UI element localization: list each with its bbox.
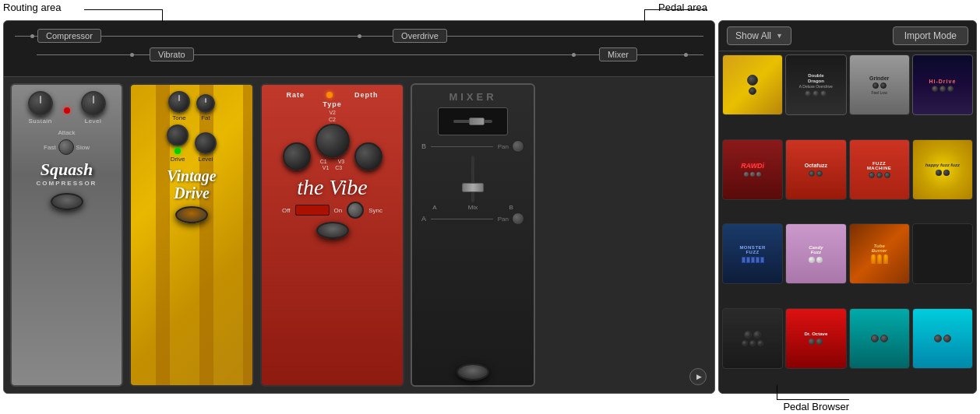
vibe-led [326, 92, 333, 98]
fader-handle[interactable] [462, 183, 484, 192]
pedal-area-line-v [644, 9, 645, 22]
rate-label: Rate [286, 91, 305, 99]
attack-knob[interactable] [58, 139, 74, 155]
show-all-dropdown[interactable]: Show All ▼ [727, 26, 791, 45]
pedal-thumb-empty-1[interactable] [912, 223, 973, 284]
pan-a-knob[interactable] [512, 212, 524, 225]
squash-compressor-pedal: Sustain Level Attack [10, 83, 123, 387]
vintage-drive-pedal: Tone Fat Drive [129, 83, 254, 387]
v1-label: V1 [323, 165, 330, 170]
vibe-name-text: the Vibe [297, 177, 367, 198]
fat-label: Fat [201, 114, 210, 121]
mixer-stomp[interactable] [457, 363, 489, 381]
double-dragon-label: DoubleDragon [808, 73, 824, 84]
pedal-thumb-grinder[interactable]: Grinder Feel Low [849, 54, 910, 115]
type-label: Type [323, 100, 341, 108]
fast-label: Fast [44, 144, 56, 151]
pedal-thumb-happy-fuzz[interactable]: happy fuzz fuzz [912, 139, 973, 200]
slow-label: Slow [76, 144, 90, 151]
routing-area-line-v [162, 9, 163, 22]
mixer-display [438, 107, 508, 135]
pedal-thumb-candy-fuzz[interactable]: CandyFuzz [785, 223, 846, 284]
pan-label-b: Pan [498, 143, 509, 150]
import-mode-button[interactable]: Import Mode [893, 26, 968, 45]
comp-led [64, 107, 70, 114]
level-knob-drive[interactable] [195, 132, 217, 154]
level-label-drive: Level [198, 156, 213, 163]
octafuzz-label: Octafuzz [805, 163, 827, 168]
browser-label-line-v [777, 384, 777, 400]
mixer-routing-btn[interactable]: Mixer [599, 47, 637, 61]
pedal-thumb-hi-drive[interactable]: Hi-Drive [912, 54, 973, 115]
drive-led [174, 148, 181, 154]
pedal-browser: Show All ▼ Import Mode DoubleDragon A De… [718, 20, 977, 394]
depth-label: Depth [354, 91, 379, 99]
vibe-stomp[interactable] [316, 222, 349, 239]
pedal-thumb-teal-2[interactable] [912, 308, 973, 369]
browser-label-line-h [777, 399, 849, 400]
tone-knob[interactable] [168, 91, 190, 113]
compressor-subtitle: Compressor [37, 180, 97, 187]
pedal-thumb-orange[interactable] [722, 54, 783, 115]
a-label: A [432, 204, 436, 211]
rate-knob[interactable] [283, 142, 311, 170]
pedal-thumb-fuzz-machine[interactable]: FUZZMACHINE [849, 139, 910, 200]
pedals-row: Sustain Level Attack [4, 77, 714, 393]
show-all-label: Show All [735, 30, 771, 41]
tube-burner-label: TubeBurner [872, 244, 887, 253]
channel-a-label: A [421, 215, 426, 223]
routing-area-label: Routing area [3, 2, 61, 13]
happy-fuzz-label: happy fuzz fuzz [925, 163, 960, 167]
pedal-thumb-dr-octave[interactable]: Dr. Octave [785, 308, 846, 369]
vintage-drive-name: VintageDrive [167, 167, 216, 202]
pedal-thumb-monster-fuzz[interactable]: MONSTERFUZZ [722, 223, 783, 284]
drive-label: Drive [171, 156, 185, 163]
vibe-toggle-switch[interactable] [295, 205, 330, 216]
candy-fuzz-label: CandyFuzz [809, 245, 823, 254]
compressor-routing-btn[interactable]: Compressor [37, 29, 101, 43]
browser-toolbar: Show All ▼ Import Mode [719, 21, 976, 51]
input-connector [15, 36, 30, 37]
overdrive-routing-btn[interactable]: Overdrive [393, 29, 447, 43]
pedal-thumb-double-dragon[interactable]: DoubleDragon A Deluxe Overdrive [785, 54, 846, 115]
on-label: On [334, 207, 343, 214]
c2-label: C2 [329, 116, 336, 123]
level-knob[interactable] [81, 91, 106, 116]
fat-knob[interactable] [196, 94, 215, 113]
drive-stomp[interactable] [175, 206, 208, 223]
pedal-thumb-rawdi[interactable]: RAWDi [722, 139, 783, 200]
v3-label: V3 [338, 159, 345, 164]
fader-track [471, 156, 474, 202]
squash-name: Squash [41, 161, 93, 178]
pedal-thumb-tube-burner[interactable]: TubeBurner [849, 223, 910, 284]
comp-stomp[interactable] [51, 193, 83, 210]
routing-area-line-h [84, 9, 162, 10]
c1-v3-label: C1 [320, 159, 327, 164]
grinder-label: Grinder [869, 75, 889, 81]
v2-label: V2 [329, 109, 336, 116]
drive-knob[interactable] [167, 125, 189, 146]
sustain-knob[interactable] [28, 91, 53, 116]
monster-fuzz-label: MONSTERFUZZ [739, 245, 766, 254]
pedal-thumb-dark-knobs[interactable] [722, 308, 783, 369]
pan-b-knob[interactable] [512, 140, 524, 153]
mix-label: Mix [468, 204, 478, 211]
depth-knob[interactable] [354, 142, 382, 170]
browser-grid: DoubleDragon A Deluxe Overdrive Grinder … [719, 51, 976, 393]
vibrato-routing-btn[interactable]: Vibrato [150, 47, 194, 61]
play-button[interactable]: ▶ [689, 368, 707, 385]
sync-knob[interactable] [347, 202, 364, 219]
channel-b-label: B [421, 142, 426, 150]
c3-label: C3 [335, 165, 342, 170]
pan-b-indicator [431, 146, 493, 147]
mixer-pedal: Mixer B Pan [411, 83, 535, 387]
hi-drive-label: Hi-Drive [929, 79, 956, 84]
level-label: Level [85, 118, 102, 125]
the-vibe-pedal: Rate Depth Type V2 C2 [260, 83, 404, 387]
fuzz-machine-label: FUZZMACHINE [867, 161, 892, 170]
pedal-thumb-octafuzz[interactable]: Octafuzz [785, 139, 846, 200]
compressor-knob-group: Sustain [28, 91, 53, 125]
type-knob[interactable] [316, 124, 350, 158]
pedal-thumb-teal-1[interactable] [849, 308, 910, 369]
dropdown-arrow-icon: ▼ [776, 32, 783, 40]
